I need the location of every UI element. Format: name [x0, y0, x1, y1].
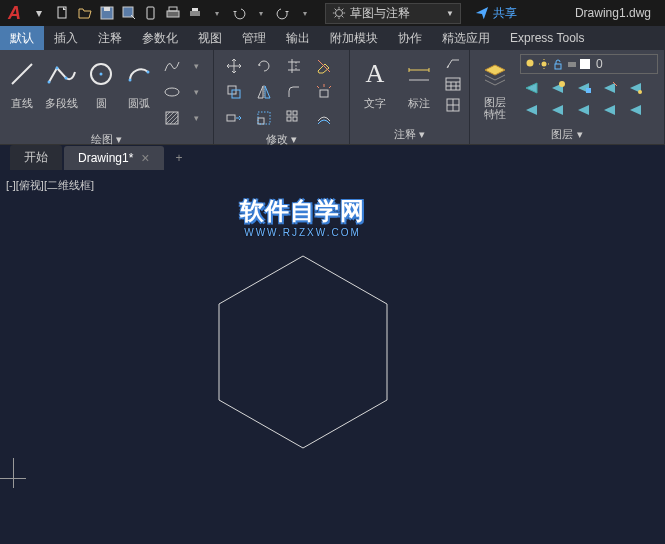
- layer-tool-1[interactable]: [572, 100, 596, 120]
- layer-previous-icon[interactable]: [520, 100, 544, 120]
- print-icon[interactable]: [185, 3, 205, 23]
- share-button[interactable]: 共享: [475, 5, 517, 22]
- workspace-label: 草图与注释: [350, 5, 410, 22]
- paper-plane-icon: [475, 6, 489, 20]
- tool-dropdown-2[interactable]: ▾: [185, 80, 207, 104]
- redo-icon[interactable]: [273, 3, 293, 23]
- tab-insert[interactable]: 插入: [44, 26, 88, 50]
- web-mobile-icon[interactable]: [141, 3, 161, 23]
- new-icon[interactable]: [53, 3, 73, 23]
- panel-annotate: A 文字 标注 注释 ▾: [350, 50, 470, 144]
- svg-rect-7: [190, 11, 200, 16]
- tab-featured[interactable]: 精选应用: [432, 26, 500, 50]
- arc-button[interactable]: 圆弧: [123, 54, 155, 130]
- tab-addins[interactable]: 附加模块: [320, 26, 388, 50]
- tab-collaborate[interactable]: 协作: [388, 26, 432, 50]
- annotate-more-icon[interactable]: [444, 96, 462, 114]
- polyline-button[interactable]: 多段线: [44, 54, 79, 130]
- print-dropdown[interactable]: ▾: [207, 3, 227, 23]
- fillet-icon[interactable]: [280, 80, 308, 104]
- layer-make-current-icon[interactable]: [598, 78, 622, 98]
- ribbon-tabs: 默认 插入 注释 参数化 视图 管理 输出 附加模块 协作 精选应用 Expre…: [0, 26, 665, 50]
- spline-icon[interactable]: [161, 54, 183, 78]
- text-button[interactable]: A 文字: [356, 54, 394, 125]
- tab-drawing1[interactable]: Drawing1* ×: [64, 146, 164, 170]
- redo-dropdown[interactable]: ▾: [295, 3, 315, 23]
- trim-icon[interactable]: [280, 54, 308, 78]
- tab-manage[interactable]: 管理: [232, 26, 276, 50]
- svg-rect-44: [568, 62, 576, 67]
- viewport-label[interactable]: [-][俯视][二维线框]: [6, 178, 94, 193]
- layer-name: 0: [596, 57, 603, 71]
- svg-point-12: [55, 67, 58, 70]
- plot-icon[interactable]: [163, 3, 183, 23]
- save-icon[interactable]: [97, 3, 117, 23]
- layer-match-icon[interactable]: [624, 78, 648, 98]
- hatch-icon[interactable]: [161, 106, 183, 130]
- rotate-icon[interactable]: [250, 54, 278, 78]
- offset-icon[interactable]: [310, 106, 338, 130]
- ellipse-icon[interactable]: [161, 80, 183, 104]
- panel-draw: 直线 多段线 圆 圆弧 ▾ ▾ ▾ 绘图 ▾: [0, 50, 214, 144]
- tab-parametric[interactable]: 参数化: [132, 26, 188, 50]
- line-button[interactable]: 直线: [6, 54, 38, 130]
- layer-freeze-icon[interactable]: [546, 78, 570, 98]
- lightbulb-icon: [524, 58, 536, 70]
- dimension-button[interactable]: 标注: [400, 54, 438, 125]
- mirror-icon[interactable]: [250, 80, 278, 104]
- undo-dropdown[interactable]: ▾: [251, 3, 271, 23]
- saveas-icon[interactable]: [119, 3, 139, 23]
- circle-button[interactable]: 圆: [85, 54, 117, 130]
- document-title: Drawing1.dwg: [575, 6, 661, 20]
- new-tab-button[interactable]: +: [166, 147, 193, 169]
- explode-icon[interactable]: [310, 80, 338, 104]
- svg-point-9: [336, 10, 343, 17]
- copy-icon[interactable]: [220, 80, 248, 104]
- lock-open-icon: [552, 58, 564, 70]
- open-icon[interactable]: [75, 3, 95, 23]
- svg-rect-0: [58, 7, 66, 18]
- svg-point-13: [64, 77, 67, 80]
- panel-annotate-title[interactable]: 注释 ▾: [356, 125, 463, 144]
- tool-dropdown-3[interactable]: ▾: [185, 106, 207, 130]
- panel-layers-title[interactable]: 图层 ▾: [476, 125, 658, 144]
- svg-marker-48: [219, 256, 387, 448]
- move-icon[interactable]: [220, 54, 248, 78]
- layer-dropdown[interactable]: 0: [520, 54, 658, 74]
- drawing-canvas[interactable]: [-][俯视][二维线框] 软件自学网 WWW.RJZXW.COM: [0, 170, 665, 544]
- layer-lock-icon[interactable]: [572, 78, 596, 98]
- tab-annotate[interactable]: 注释: [88, 26, 132, 50]
- sun-icon: [538, 58, 550, 70]
- tab-view[interactable]: 视图: [188, 26, 232, 50]
- tab-output[interactable]: 输出: [276, 26, 320, 50]
- workspace-dropdown[interactable]: 草图与注释 ▼: [325, 3, 461, 24]
- array-icon[interactable]: [280, 106, 308, 130]
- layer-off-icon[interactable]: [520, 78, 544, 98]
- tool-dropdown-1[interactable]: ▾: [185, 54, 207, 78]
- svg-point-15: [100, 73, 103, 76]
- svg-rect-29: [287, 117, 291, 121]
- layer-tool-3[interactable]: [624, 100, 648, 120]
- svg-point-18: [165, 88, 179, 96]
- layer-tool-2[interactable]: [598, 100, 622, 120]
- tab-default[interactable]: 默认: [0, 26, 44, 50]
- svg-point-45: [559, 81, 565, 87]
- panel-modify-title[interactable]: 修改 ▾: [220, 130, 343, 149]
- svg-point-16: [129, 79, 132, 82]
- leader-icon[interactable]: [444, 54, 462, 72]
- layer-isolate-icon[interactable]: [546, 100, 570, 120]
- undo-icon[interactable]: [229, 3, 249, 23]
- erase-icon[interactable]: [310, 54, 338, 78]
- tab-express-tools[interactable]: Express Tools: [500, 26, 594, 50]
- ucs-y-axis: [13, 458, 14, 488]
- panel-modify: 修改 ▾: [214, 50, 350, 144]
- app-menu-dropdown[interactable]: ▾: [29, 3, 49, 23]
- table-icon[interactable]: [444, 75, 462, 93]
- plot-layer-icon: [566, 58, 578, 70]
- svg-rect-6: [169, 7, 177, 11]
- tab-start[interactable]: 开始: [10, 145, 62, 170]
- stretch-icon[interactable]: [220, 106, 248, 130]
- scale-icon[interactable]: [250, 106, 278, 130]
- layer-properties-button[interactable]: 图层 特性: [476, 54, 514, 125]
- close-icon[interactable]: ×: [141, 150, 149, 166]
